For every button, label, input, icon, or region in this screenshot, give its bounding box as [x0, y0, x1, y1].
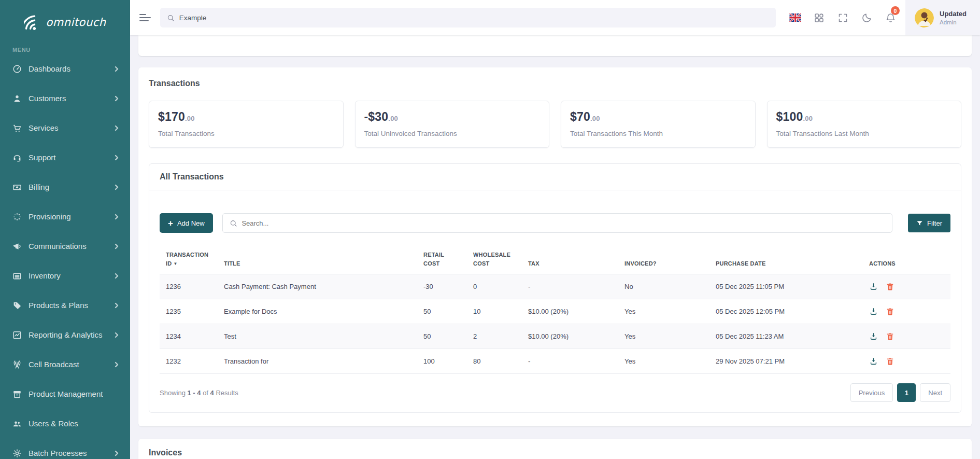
stat-total-transactions: $170.00 Total Transactions [149, 101, 344, 148]
global-search-input[interactable] [179, 14, 769, 22]
trash-icon [886, 282, 894, 291]
download-button[interactable] [869, 357, 878, 366]
header-transaction-id[interactable]: Transaction ID▼ [160, 246, 218, 274]
trash-icon [886, 332, 894, 341]
sidebar-item-billing[interactable]: Billing [0, 172, 130, 202]
cell-tax: $10.00 (20%) [522, 324, 618, 349]
table-header-row: Transaction ID▼ Title Retail Cost Wholes… [160, 246, 950, 274]
table-search [222, 213, 892, 233]
table-search-input[interactable] [242, 219, 885, 227]
omnitouch-logo[interactable]: omnitouch [0, 0, 130, 45]
delete-button[interactable] [886, 332, 894, 341]
table-row: 1236 Cash Payment: Cash Payment -30 0 - … [160, 274, 950, 299]
hamburger-menu-button[interactable] [139, 14, 151, 21]
sidebar-item-customers[interactable]: Customers [0, 84, 130, 113]
chevron-right-icon [113, 214, 120, 220]
download-icon [869, 282, 878, 291]
delete-button[interactable] [886, 357, 894, 366]
page-1-button[interactable]: 1 [897, 383, 916, 402]
delete-button[interactable] [886, 307, 894, 316]
user-icon [12, 94, 22, 103]
cell-invoiced: Yes [618, 349, 709, 374]
previous-page-button[interactable]: Previous [850, 383, 893, 402]
transaction-stats: $170.00 Total Transactions -$30.00 Total… [149, 101, 961, 148]
download-button[interactable] [869, 332, 878, 341]
cell-invoiced: Yes [618, 324, 709, 349]
sidebar-nav: Dashboards Customers Services Support [0, 54, 130, 459]
next-page-button[interactable]: Next [920, 383, 950, 402]
delete-button[interactable] [886, 282, 894, 291]
sidebar-item-services[interactable]: Services [0, 113, 130, 143]
avatar [915, 8, 934, 27]
pagination: Previous 1 Next [850, 383, 950, 402]
add-new-button[interactable]: + Add New [160, 213, 213, 233]
row-actions [869, 282, 944, 291]
topbar-icons: 0 [783, 0, 902, 35]
user-menu[interactable]: Updated Admin [905, 0, 980, 35]
sidebar: omnitouch MENU Dashboards Customers Serv… [0, 0, 130, 459]
transactions-title: Transactions [149, 79, 961, 88]
chevron-right-icon [113, 332, 120, 338]
chevron-right-icon [113, 66, 120, 72]
sidebar-item-batch-processes[interactable]: Batch Processes [0, 438, 130, 459]
cell-retail: 50 [417, 324, 467, 349]
invoices-card: Invoices [138, 439, 972, 459]
language-flag-button[interactable] [783, 0, 807, 35]
sidebar-item-label: Dashboards [29, 64, 70, 73]
cell-invoiced: No [618, 274, 709, 299]
all-transactions-header: All Transactions [149, 164, 961, 190]
sidebar-item-users-roles[interactable]: Users & Roles [0, 409, 130, 438]
filter-button[interactable]: Filter [908, 214, 950, 232]
stat-this-month: $70.00 Total Transactions This Month [561, 101, 756, 148]
chevron-right-icon [113, 184, 120, 190]
sidebar-item-label: Customers [29, 94, 66, 103]
cart-icon [12, 123, 22, 133]
notifications-button[interactable]: 0 [878, 0, 902, 35]
stat-cents: .00 [803, 115, 813, 122]
cash-icon [12, 183, 22, 192]
sidebar-item-inventory[interactable]: Inventory [0, 261, 130, 290]
sidebar-item-cell-broadcast[interactable]: Cell Broadcast [0, 350, 130, 379]
sidebar-item-communications[interactable]: Communications [0, 231, 130, 261]
scrolled-card-fragment [138, 35, 972, 56]
filter-funnel-icon [916, 220, 923, 227]
download-icon [869, 332, 878, 341]
cell-transaction-id: 1235 [160, 299, 218, 324]
cell-tax: - [522, 349, 618, 374]
sidebar-item-reporting-analytics[interactable]: Reporting & Analytics [0, 320, 130, 350]
results-summary: Showing 1 - 4 of 4 Results [160, 389, 238, 397]
download-icon [869, 307, 878, 316]
stat-label: Total Transactions Last Month [776, 130, 953, 137]
sidebar-item-support[interactable]: Support [0, 143, 130, 172]
apps-grid-button[interactable] [807, 0, 831, 35]
fullscreen-button[interactable] [831, 0, 855, 35]
stat-amount: $100 [776, 110, 803, 123]
sidebar-item-label: Users & Roles [29, 419, 78, 428]
download-button[interactable] [869, 307, 878, 316]
moon-icon [861, 12, 872, 23]
all-transactions-body: + Add New Filter [149, 190, 961, 412]
dark-mode-button[interactable] [855, 0, 878, 35]
uk-flag-icon [789, 13, 801, 22]
sidebar-item-products-plans[interactable]: Products & Plans [0, 290, 130, 320]
table-row: 1234 Test 50 2 $10.00 (20%) Yes 05 Dec 2… [160, 324, 950, 349]
page-content: Transactions $170.00 Total Transactions … [130, 35, 980, 459]
stat-cents: .00 [388, 115, 398, 122]
download-button[interactable] [869, 282, 878, 291]
cell-retail: 100 [417, 349, 467, 374]
cell-wholesale: 80 [467, 349, 522, 374]
apps-grid-icon [814, 12, 825, 23]
user-name: Updated [940, 10, 967, 18]
chevron-right-icon [113, 125, 120, 131]
cell-wholesale: 0 [467, 274, 522, 299]
trash-icon [886, 357, 894, 366]
stat-cents: .00 [590, 115, 600, 122]
sidebar-item-product-management[interactable]: Product Management [0, 379, 130, 409]
sidebar-item-label: Provisioning [29, 212, 71, 221]
sidebar-item-dashboards[interactable]: Dashboards [0, 54, 130, 84]
sidebar-item-provisioning[interactable]: Provisioning [0, 202, 130, 231]
transactions-card: Transactions $170.00 Total Transactions … [138, 67, 972, 426]
cell-purchase-date: 05 Dec 2025 11:05 PM [709, 274, 863, 299]
sidebar-item-label: Inventory [29, 271, 61, 280]
sidebar-item-label: Cell Broadcast [29, 360, 79, 369]
